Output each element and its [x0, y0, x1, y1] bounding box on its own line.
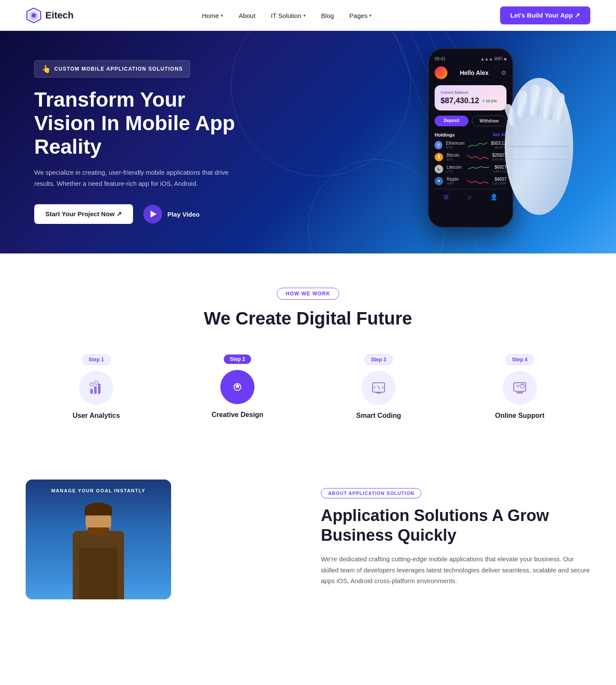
phone-balance-label: Current Balance	[441, 90, 500, 95]
hero-badge: 👆 CUSTOM MOBILE APPLICATION SOLUTIONS	[34, 60, 190, 77]
phone-header: Hello Alex ⚙	[435, 66, 506, 79]
hero-circle-1	[231, 31, 411, 176]
play-video-button[interactable]: Play Video	[143, 205, 200, 223]
pages-dropdown-icon: ▾	[369, 13, 372, 18]
hero-content: 👆 CUSTOM MOBILE APPLICATION SOLUTIONS Tr…	[34, 60, 240, 224]
hero-description: We specialize in creating, user-friendly…	[34, 167, 240, 189]
about-description: We're dedicated crafting cutting-edge mo…	[321, 554, 590, 587]
phone-deposit-btn[interactable]: Deposit	[435, 116, 468, 126]
phone-holdings-header: Holdings See All	[435, 132, 506, 137]
hero-title: Transform Your Vision In Mobile App Real…	[34, 88, 240, 159]
phone-greeting: Hello Alex	[460, 69, 489, 76]
nav-pages[interactable]: Pages ▾	[349, 12, 372, 19]
xrp-ticker: XRP	[447, 182, 464, 185]
svg-rect-11	[530, 84, 540, 116]
nav-it-solution[interactable]: IT Solution ▾	[271, 12, 305, 19]
svg-rect-10	[556, 93, 565, 123]
steps-row: Step 1 User Analytics Step 2	[26, 354, 590, 420]
svg-rect-18	[98, 384, 101, 394]
robot-hand-svg	[496, 61, 582, 223]
step-1-label: Step 1	[82, 354, 110, 365]
phone-mockup-area: 09:41 ▲▲▲ WiFi ■ Hello Alex ⚙ Current Ba…	[394, 44, 573, 241]
eth-name: Ethereum	[446, 141, 464, 146]
nav-blog[interactable]: Blog	[321, 12, 334, 19]
online-support-icon	[512, 380, 527, 396]
step-2-label: Step 2	[224, 354, 251, 364]
svg-line-25	[377, 385, 380, 390]
svg-rect-12	[518, 91, 527, 119]
step-4-name: Online Support	[495, 412, 545, 420]
logo-icon	[26, 7, 42, 24]
svg-point-2	[32, 13, 36, 18]
step-1-icon	[79, 371, 113, 405]
phone-btn-row: Deposit Withdraw	[435, 116, 506, 126]
about-img-label: MANAGE YOUR GOAL INSTANTLY	[26, 488, 171, 493]
phone-status-bar: 09:41 ▲▲▲ WiFi ■	[435, 57, 506, 61]
phone-home-icon: ⊞	[444, 194, 449, 200]
step-2: Step 2 Creative Design	[167, 354, 308, 419]
phone-avatar	[435, 66, 447, 79]
svg-rect-16	[90, 389, 93, 394]
step-4-icon	[503, 371, 537, 405]
ltc-chart	[468, 165, 489, 173]
about-title: Application Solutions A Grow Business Qu…	[321, 506, 590, 545]
step-2-icon	[220, 370, 255, 404]
phone-balance-change: + 10.2%	[483, 99, 497, 103]
eth-icon: Ξ	[435, 141, 442, 149]
eth-chart	[468, 141, 488, 149]
nav-home[interactable]: Home ▾	[202, 12, 223, 19]
phone-balance-card: Current Balance $87,430.12 + 10.2%	[435, 85, 506, 110]
svg-rect-27	[516, 392, 523, 393]
smart-coding-icon	[371, 380, 386, 396]
hero-actions: Start Your Project Now ↗ Play Video	[34, 204, 240, 224]
coin-ethereum: Ξ Ethereum ETH $503.12 $0.ETH	[435, 141, 506, 149]
xrp-icon: ✕	[435, 177, 443, 185]
btc-ticker: BTC	[447, 158, 464, 161]
badge-text: CUSTOM MOBILE APPLICATION SOLUTIONS	[54, 66, 183, 72]
step-1: Step 1 User Analytics	[26, 354, 167, 420]
coin-ripple: ✕ Ripple XRP $4637 3.85 XRP	[435, 177, 506, 185]
how-title: We Create Digital Future	[26, 308, 590, 329]
how-we-work-section: HOW WE WORK We Create Digital Future Ste…	[0, 253, 616, 454]
step-4: Step 4 Online Support	[449, 354, 590, 420]
step-3-label: Step 3	[364, 354, 393, 365]
step-1-name: User Analytics	[73, 412, 120, 420]
about-section: MANAGE YOUR GOAL INSTANTLY ABOUT AP	[0, 454, 616, 634]
about-badge: ABOUT APPLICATION SOLUTION	[321, 488, 421, 498]
user-analytics-icon	[89, 380, 104, 396]
svg-point-20	[95, 381, 98, 384]
logo[interactable]: Eitech	[26, 7, 74, 24]
nav-about[interactable]: About	[239, 12, 255, 19]
step-2-name: Creative Design	[212, 411, 264, 419]
svg-rect-17	[94, 386, 97, 394]
creative-design-icon	[230, 379, 245, 395]
about-text-area: ABOUT APPLICATION SOLUTION Application S…	[321, 480, 590, 587]
phone-balance-amount: $87,430.12	[441, 96, 479, 105]
home-dropdown-icon: ▾	[221, 13, 223, 18]
step-3: Step 3 Smart Coding	[308, 354, 449, 420]
badge-icon: 👆	[41, 64, 51, 74]
xrp-name: Ripple	[447, 177, 464, 182]
step-3-icon	[361, 371, 396, 405]
btc-name: Bitcoin	[447, 153, 464, 158]
phone-chart-icon: ☺	[466, 194, 472, 200]
nav-links: Home ▾ About IT Solution ▾ Blog Pages ▾	[202, 12, 372, 19]
build-app-button[interactable]: Let's Build Your App ↗	[500, 6, 590, 24]
svg-rect-9	[543, 86, 553, 121]
hero-section: 👆 CUSTOM MOBILE APPLICATION SOLUTIONS Tr…	[0, 31, 616, 253]
step-3-name: Smart Coding	[356, 412, 401, 420]
svg-point-19	[90, 383, 93, 386]
btc-icon: ₿	[435, 153, 443, 161]
phone-bottom-nav: ⊞ ☺ 👤	[435, 189, 506, 200]
it-solution-dropdown-icon: ▾	[303, 13, 306, 18]
brand-name: Eitech	[45, 10, 74, 21]
how-badge: HOW WE WORK	[277, 288, 339, 300]
start-project-button[interactable]: Start Your Project Now ↗	[34, 204, 133, 224]
coin-bitcoin: ₿ Bitcoin BTC $26927 3.05 BTC	[435, 153, 506, 161]
step-4-label: Step 4	[506, 354, 534, 365]
xrp-chart	[467, 177, 489, 185]
play-circle	[143, 205, 162, 223]
navbar: Eitech Home ▾ About IT Solution ▾ Blog P…	[0, 0, 616, 31]
about-image-card: MANAGE YOUR GOAL INSTANTLY	[26, 480, 171, 599]
eth-ticker: ETH	[446, 146, 464, 149]
